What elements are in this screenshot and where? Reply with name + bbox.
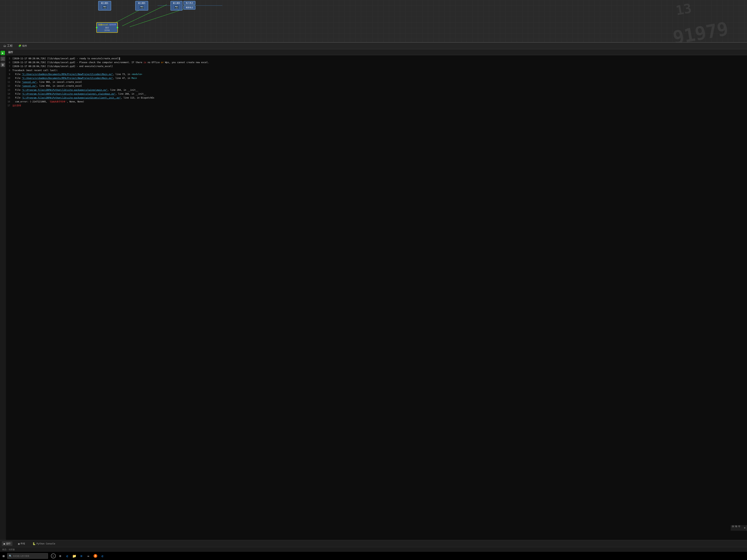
canvas-background	[0, 0, 747, 42]
line-number: 16	[6, 100, 12, 104]
svg-text:A: A	[95, 555, 96, 557]
console-line-9: 9 File "C:/Users/srcbadmin/Documents/RPA…	[6, 73, 747, 76]
line-number: 17	[6, 104, 12, 107]
console-line-5: 5[2020-11-17 00:28:04,726] [lib/ubpa/iex…	[6, 57, 747, 60]
avast-svg: A	[93, 554, 98, 558]
panel-header: 运行	[6, 49, 747, 55]
line-content: File "C:\Program Files\SRPA\Python\lib\s…	[12, 96, 747, 100]
tab-bar: 🗂 工程 🧩 组件	[0, 43, 747, 49]
top-node-group-2: 窗口属性 📷	[135, 1, 148, 10]
node-dot-right	[117, 27, 118, 28]
line-number: 6	[6, 61, 12, 64]
line-number: 13	[6, 88, 12, 92]
project-icon: 🗂	[3, 44, 6, 48]
stop-button[interactable]: 🗑	[1, 62, 5, 67]
line-number: 15	[6, 96, 12, 100]
console-line-8: 8Traceback (most recent call last):	[6, 69, 747, 73]
console-line-7: 7[2020-11-17 00:28:04,726] [lib/ubpa/iex…	[6, 64, 747, 68]
node-dot-left	[96, 27, 98, 28]
node-title: 创建excel	[98, 23, 108, 26]
node-label-2: 窗口属性	[137, 2, 147, 4]
taskbar-store-icon[interactable]: ⊞	[79, 553, 84, 559]
node-subtitle: 返回结果	[109, 24, 116, 26]
line-content: Traceback (most recent call last):	[12, 69, 747, 72]
component-icon: 🧩	[18, 45, 21, 47]
console-line-15: 15 File "C:\Program Files\SRPA\Python\li…	[6, 96, 747, 100]
text-cursor	[120, 57, 120, 60]
taskbar-cortana-icon[interactable]: ○	[51, 554, 56, 558]
line-content: File "C:\Program Files\SRPA\Python\lib\s…	[12, 92, 747, 96]
line-number: 11	[6, 80, 12, 84]
pause-button[interactable]: —	[1, 57, 5, 61]
line-number: 14	[6, 92, 12, 96]
status-text: 状态: 社区版	[2, 548, 15, 551]
node-icon: 📷	[102, 5, 107, 9]
bottom-tab-terminal[interactable]: ▣终端	[16, 541, 27, 546]
search-icon: 🔍	[9, 555, 12, 557]
node-window-props-1[interactable]: 窗口属性 📷	[98, 1, 111, 10]
node-capture-focus[interactable]: 截获焦点	[183, 5, 196, 10]
python-console-tab-icon: 🐍	[32, 542, 35, 545]
node-field-path: 路径	[98, 26, 116, 29]
run-tab-icon: ▶	[4, 542, 5, 545]
taskbar-mail-icon[interactable]: ✉	[86, 553, 91, 559]
line-content: [2020-11-17 00:28:04,726] [lib/ubpa/iexc…	[12, 61, 747, 64]
top-node-group: 窗口属性 📷	[98, 1, 111, 10]
node-window-props-2[interactable]: 窗口属性 📷	[135, 1, 148, 10]
canvas-area: 91979 13 窗口属性 📷 窗口属性 📷 窗口属性 📷	[0, 0, 747, 43]
top-node-group-3: 窗口属性 📷 输入焦点 截获焦点	[171, 1, 196, 10]
line-content: File "C:/Users/srcbadmin/Documents/RPA/P…	[12, 77, 747, 80]
search-input[interactable]	[13, 555, 46, 557]
line-content: com_error: (-2147221005, '无效的类字符串', None…	[12, 100, 747, 104]
node-header: 创建excel 返回结果	[98, 23, 116, 26]
line-number: 9	[6, 73, 12, 76]
taskbar: ⊞ 🔍 ○ ⊞ e 📁 ⊞ ✉ A e	[0, 552, 747, 560]
python-console-tab-label: Python Console	[36, 542, 55, 545]
node-window-props-3[interactable]: 窗口属性 📷	[171, 1, 182, 10]
taskbar-ie-icon[interactable]: e	[100, 553, 105, 559]
console-line-11: 11 File "iexcel.py", line 966, in iexcel…	[6, 80, 747, 84]
console-line-12: 12 File "iexcel.py", line 956, in iexcel…	[6, 84, 747, 88]
line-number: 8	[6, 69, 12, 72]
run-tab-label: 运行	[6, 542, 10, 545]
console-line-16: 16 com_error: (-2147221005, '无效的类字符串', N…	[6, 100, 747, 104]
taskbar-avast-icon[interactable]: A	[93, 553, 98, 559]
node-label-4: 输入焦点	[185, 2, 194, 4]
status-bar: 状态: 社区版	[0, 547, 747, 552]
tab-project[interactable]: 🗂 工程	[2, 43, 14, 48]
taskbar-task-view-icon[interactable]: ⊞	[58, 553, 63, 559]
line-content: File "C:/Users/srcbadmin/Documents/RPA/P…	[12, 73, 747, 76]
taskbar-search-bar[interactable]: 🔍	[7, 553, 48, 559]
taskbar-folder-icon[interactable]: 📁	[72, 553, 77, 559]
console-line-14: 14 File "C:\Program Files\SRPA\Python\li…	[6, 92, 747, 96]
bottom-tab-run[interactable]: ▶运行	[2, 541, 12, 546]
console-output[interactable]: 5[2020-11-17 00:28:04,726] [lib/ubpa/iex…	[6, 55, 747, 540]
console-line-13: 13 File "C:\Program Files\SRPA\Python\li…	[6, 88, 747, 92]
node-field-filename: 文件名	[98, 29, 116, 32]
node-input-focus[interactable]: 输入焦点	[183, 1, 196, 5]
console-line-6: 6[2020-11-17 00:28:04,726] [lib/ubpa/iex…	[6, 60, 747, 64]
taskbar-icons: ○ ⊞ e 📁 ⊞ ✉ A e	[51, 553, 105, 559]
panel-title: 运行	[8, 51, 13, 54]
bottom-tab-python-console[interactable]: 🐍Python Console	[31, 541, 57, 546]
console-line-10: 10 File "C:/Users/srcbadmin/Documents/RP…	[6, 76, 747, 80]
tab-component[interactable]: 🧩 组件	[17, 44, 28, 48]
line-content: [2020-11-17 00:28:04,726] [lib/ubpa/iexc…	[12, 57, 747, 60]
line-content: [2020-11-17 00:28:04,726] [lib/ubpa/iexc…	[12, 64, 747, 68]
line-number: 10	[6, 77, 12, 80]
left-sidebar: ▶ — 🗑	[0, 49, 5, 67]
node-label-3: 窗口属性	[172, 2, 181, 4]
line-content: 运行异常	[12, 104, 747, 107]
line-content: File "iexcel.py", line 956, in iexcel.cr…	[12, 84, 747, 88]
terminal-tab-icon: ▣	[18, 542, 20, 545]
line-content: File "C:\Program Files\SRPA\Python\lib\s…	[12, 88, 747, 92]
control-panel-label: 控制台⚙	[731, 525, 747, 531]
node-create-excel-container: 创建excel 返回结果 路径 文件名	[96, 22, 118, 33]
line-content: File "iexcel.py", line 966, in iexcel.cr…	[12, 80, 747, 84]
windows-button[interactable]: ⊞	[1, 554, 6, 558]
run-button[interactable]: ▶	[1, 51, 5, 55]
taskbar-edge-icon[interactable]: e	[65, 553, 70, 559]
node-create-excel[interactable]: 创建excel 返回结果 路径 文件名	[96, 22, 118, 33]
line-number: 12	[6, 84, 12, 88]
console-wrapper: ▶ — 🗑 运行 5[2020-11-17 00:28:04,726] [lib…	[0, 49, 747, 540]
